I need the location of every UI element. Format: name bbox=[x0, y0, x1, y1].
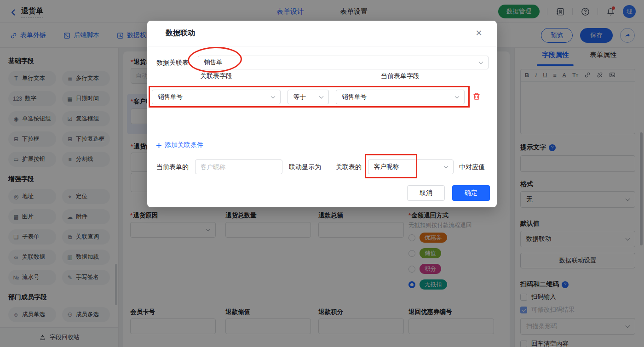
rel-table-prefix: 关联表的 bbox=[336, 159, 362, 174]
chevron-down-icon bbox=[479, 60, 483, 64]
display-row-middle: 联动显示为 bbox=[289, 159, 321, 174]
cancel-button[interactable]: 取消 bbox=[407, 185, 445, 201]
current-field-input[interactable] bbox=[195, 159, 282, 174]
rel-table-select[interactable]: 销售单 bbox=[198, 56, 489, 69]
modal-title: 数据联动 bbox=[166, 28, 195, 38]
display-row-prefix: 当前表单的 bbox=[156, 159, 189, 174]
data-linkage-modal: 数据联动 ✕ 数据关联表 销售单 关联表字段 当前表单字段 销售单号 等于 销售… bbox=[147, 21, 497, 207]
chevron-down-icon bbox=[455, 94, 460, 99]
chevron-down-icon bbox=[271, 94, 276, 99]
plus-icon bbox=[156, 142, 162, 148]
display-row-suffix: 中对应值 bbox=[459, 159, 485, 174]
condition-operator-select[interactable]: 等于 bbox=[288, 90, 329, 104]
confirm-button[interactable]: 确定 bbox=[452, 185, 490, 201]
add-condition-link[interactable]: 添加关联条件 bbox=[156, 141, 203, 149]
chevron-down-icon bbox=[444, 164, 448, 169]
chevron-down-icon bbox=[319, 94, 324, 99]
column-header-right: 当前表单字段 bbox=[336, 72, 465, 80]
condition-right-select[interactable]: 销售单号 bbox=[336, 90, 465, 104]
delete-condition-icon[interactable] bbox=[472, 92, 481, 101]
rel-field-select[interactable]: 客户昵称 bbox=[368, 159, 454, 174]
divider bbox=[147, 46, 497, 46]
rel-table-label: 数据关联表 bbox=[156, 56, 189, 69]
column-header-left: 关联表字段 bbox=[152, 72, 281, 80]
app-window: 退货单 表单设计 表单设置 数据管理 理 bbox=[0, 0, 644, 347]
condition-left-select[interactable]: 销售单号 bbox=[152, 90, 281, 104]
close-icon[interactable]: ✕ bbox=[474, 28, 484, 38]
